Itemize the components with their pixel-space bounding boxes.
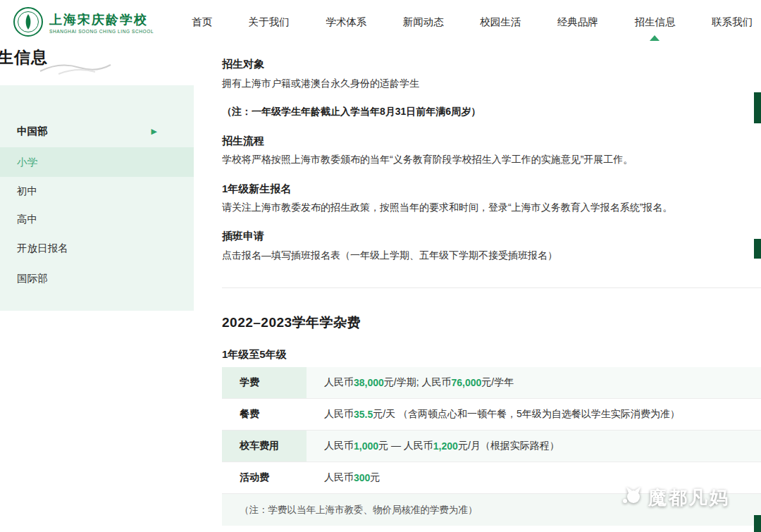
section-body-admission-target: 拥有上海市户籍或港澳台永久身份的适龄学生	[222, 78, 419, 90]
nav-item-about[interactable]: 关于我们	[249, 16, 290, 29]
fee-text: 元	[370, 471, 380, 484]
sidebar-item-label: 初中	[17, 185, 37, 198]
nav-item-contact[interactable]: 联系我们	[712, 16, 753, 29]
floating-side-tab[interactable]	[754, 92, 761, 123]
fee-table: 学费 人民币38,000元/学期; 人民币76,000元/学年 餐费 人民币35…	[222, 367, 761, 526]
fee-text: 元/月（根据实际路程）	[458, 440, 559, 452]
floating-side-tab[interactable]	[754, 515, 761, 532]
section-heading-grade1-registration: 1年级新生报名	[222, 183, 291, 196]
sidebar-item-china-division[interactable]: 中国部 ▶	[0, 115, 194, 147]
sidebar-item-label: 小学	[17, 156, 37, 169]
school-name: 上海宋庆龄学校 SHANGHAI SOONG CHING LING SCHOOL	[49, 13, 154, 34]
nav-item-classic-brand[interactable]: 经典品牌	[557, 16, 598, 29]
section-body-admission-process: 学校将严格按照上海市教委颁布的当年“义务教育阶段学校招生入学工作的实施意见”开展…	[222, 154, 633, 166]
table-row: 学费 人民币38,000元/学期; 人民币76,000元/学年	[222, 367, 761, 399]
fees-grade-range: 1年级至5年级	[222, 348, 287, 361]
nav-item-academics[interactable]: 学术体系	[326, 16, 366, 29]
cloud-swirl-icon	[39, 59, 113, 79]
sidebar-item-middle-school[interactable]: 初中	[0, 177, 194, 205]
school-logo[interactable]: 上海宋庆龄学校 SHANGHAI SOONG CHING LING SCHOOL	[13, 6, 154, 40]
fee-text: 元/学期; 人民币	[384, 376, 452, 389]
nav-item-admissions[interactable]: 招生信息	[634, 16, 675, 29]
nav-item-home[interactable]: 首页	[192, 16, 212, 29]
sidebar-item-label: 高中	[17, 213, 37, 226]
section-divider	[222, 287, 761, 288]
sidebar-item-label: 国际部	[17, 272, 48, 285]
main-nav: 首页 关于我们 学术体系 新闻动态 校园生活 经典品牌 招生信息 联系我们	[192, 0, 753, 44]
fee-amount: 76,000	[452, 377, 482, 388]
fee-text: 人民币	[324, 440, 354, 452]
sidebar-item-label: 开放日报名	[17, 242, 68, 255]
table-row: 校车费用 人民币1,000元 — 人民币1,200元/月（根据实际路程）	[222, 431, 761, 462]
fee-label: 餐费	[222, 399, 307, 430]
fee-amount: 300	[354, 472, 370, 483]
fee-value: 人民币300元	[307, 462, 761, 493]
fee-value: 人民币38,000元/学期; 人民币76,000元/学年	[307, 367, 761, 398]
section-body-grade1-registration: 请关注上海市教委发布的招生政策，按照当年的要求和时间，登录“上海市义务教育入学报…	[222, 202, 672, 214]
nav-item-admissions-label: 招生信息	[634, 16, 675, 27]
fee-amount: 38,000	[354, 377, 384, 388]
section-heading-admission-process: 招生流程	[222, 135, 264, 148]
section-heading-admission-target: 招生对象	[222, 58, 264, 71]
sidebar-item-international-division[interactable]: 国际部	[0, 263, 194, 294]
sidebar: 中国部 ▶ 小学 初中 高中 开放日报名 国际部	[0, 85, 194, 311]
fee-value: 人民币35.5元/天 （含两顿点心和一顿午餐，5年级为自选餐以学生实际消费为准）	[307, 399, 761, 430]
school-name-cn: 上海宋庆龄学校	[49, 13, 154, 27]
nav-item-campus-life[interactable]: 校园生活	[480, 16, 521, 29]
fee-text: 元 — 人民币	[378, 440, 433, 452]
school-emblem-icon	[13, 6, 44, 40]
active-nav-indicator-icon	[650, 35, 660, 41]
sidebar-item-high-school[interactable]: 高中	[0, 205, 194, 233]
fee-label: 活动费	[222, 462, 307, 493]
fee-table-note: （注：学费以当年上海市教委、物价局核准的学费为准）	[222, 494, 761, 526]
section-body-transfer-application: 点击报名—填写插班报名表（一年级上学期、五年级下学期不接受插班报名）	[222, 249, 557, 262]
sidebar-item-label: 中国部	[17, 125, 48, 138]
fees-section-title: 2022–2023学年学杂费	[222, 314, 361, 332]
page-title: 生信息	[0, 47, 48, 68]
fee-text: 元/天 （含两顿点心和一顿午餐，5年级为自选餐以学生实际消费为准）	[373, 408, 680, 421]
top-navigation-bar: 上海宋庆龄学校 SHANGHAI SOONG CHING LING SCHOOL…	[0, 0, 761, 44]
school-name-en: SHANGHAI SOONG CHING LING SCHOOL	[49, 29, 154, 34]
fee-label: 学费	[222, 367, 307, 398]
fee-label: 校车费用	[222, 431, 307, 462]
page: 上海宋庆龄学校 SHANGHAI SOONG CHING LING SCHOOL…	[0, 0, 761, 532]
floating-side-tab[interactable]	[754, 239, 761, 259]
sidebar-item-open-day-signup[interactable]: 开放日报名	[0, 233, 194, 263]
fee-value: 人民币1,000元 — 人民币1,200元/月（根据实际路程）	[307, 431, 761, 462]
fee-text: 元/学年	[481, 376, 514, 389]
table-row: 活动费 人民币300元	[222, 462, 761, 494]
sidebar-item-primary-school[interactable]: 小学	[0, 147, 194, 177]
fee-text: 人民币	[324, 376, 354, 389]
fee-text: 人民币	[324, 471, 354, 484]
section-heading-transfer-application: 插班申请	[222, 230, 264, 243]
fee-amount: 1,200	[433, 440, 458, 452]
table-row: 餐费 人民币35.5元/天 （含两顿点心和一顿午餐，5年级为自选餐以学生实际消费…	[222, 399, 761, 431]
chevron-right-icon: ▶	[151, 127, 157, 136]
fee-amount: 1,000	[354, 440, 378, 452]
age-note: （注：一年级学生年龄截止入学当年8月31日前年满6周岁）	[222, 106, 481, 118]
nav-item-news[interactable]: 新闻动态	[403, 16, 444, 29]
fee-amount: 35.5	[354, 409, 373, 420]
fee-text: 人民币	[324, 408, 354, 421]
